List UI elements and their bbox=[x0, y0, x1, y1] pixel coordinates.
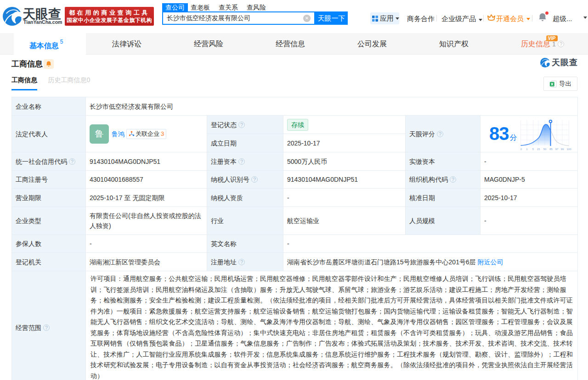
svg-text:100: 100 bbox=[566, 148, 571, 151]
svg-text:15: 15 bbox=[537, 148, 540, 151]
svg-text:5: 5 bbox=[532, 148, 534, 151]
svg-text:99: 99 bbox=[560, 148, 564, 151]
svg-text:97: 97 bbox=[555, 148, 558, 151]
svg-text:50: 50 bbox=[543, 148, 546, 151]
svg-text:1: 1 bbox=[526, 148, 528, 151]
svg-text:85: 85 bbox=[549, 148, 553, 151]
svg-text:0: 0 bbox=[520, 148, 522, 151]
